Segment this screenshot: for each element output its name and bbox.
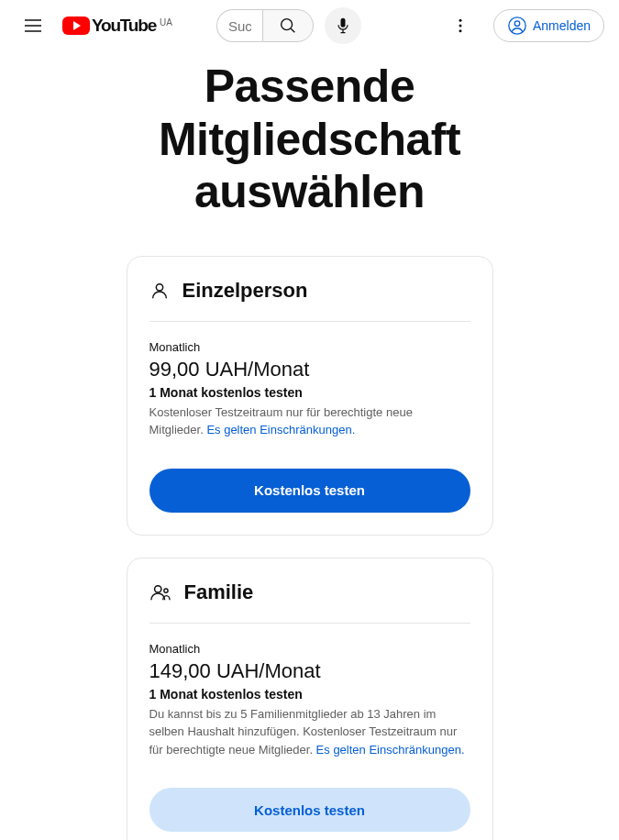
try-free-button[interactable]: Kostenlos testen [149, 469, 470, 513]
kebab-menu-icon [451, 17, 470, 35]
svg-point-2 [459, 25, 461, 28]
svg-point-5 [514, 21, 520, 26]
svg-point-8 [163, 589, 167, 592]
plan-description: Du kannst bis zu 5 Familienmitglieder ab… [149, 705, 470, 759]
user-icon [507, 16, 527, 36]
svg-point-7 [154, 585, 160, 591]
family-icon [149, 582, 171, 602]
youtube-play-icon [62, 17, 90, 35]
microphone-icon [334, 17, 352, 35]
signin-label: Anmelden [533, 18, 591, 33]
restrictions-link[interactable]: Es gelten Einschränkungen. [206, 423, 355, 437]
try-free-button[interactable]: Kostenlos testen [149, 788, 470, 832]
person-icon [149, 281, 170, 301]
menu-button[interactable] [15, 7, 51, 44]
trial-line: 1 Monat kostenlos testen [149, 385, 470, 400]
brand-text: YouTube [92, 16, 156, 36]
page-title: Passende Mitgliedschaft auswählen [81, 61, 539, 219]
signin-button[interactable]: Anmelden [493, 9, 604, 42]
svg-point-6 [156, 283, 162, 290]
hamburger-icon [22, 15, 44, 37]
plan-card-family: Familie Monatlich 149,00 UAH/Monat 1 Mon… [127, 558, 493, 841]
trial-line: 1 Monat kostenlos testen [149, 687, 470, 702]
main-content: Passende Mitgliedschaft auswählen Einzel… [0, 61, 619, 840]
region-code: UA [160, 17, 172, 28]
voice-search-button[interactable] [325, 7, 361, 44]
plan-card-individual: Einzelperson Monatlich 99,00 UAH/Monat 1… [127, 256, 493, 536]
settings-button[interactable] [442, 7, 479, 44]
svg-point-3 [459, 29, 461, 32]
plan-description: Kostenloser Testzeitraum nur für berecht… [149, 403, 470, 439]
search-wrap [216, 7, 361, 44]
restrictions-link[interactable]: Es gelten Einschränkungen. [316, 743, 465, 757]
svg-point-0 [282, 19, 293, 30]
header: YouTube UA Anmelden [0, 0, 619, 51]
period-label: Monatlich [149, 642, 470, 656]
youtube-logo[interactable]: YouTube UA [62, 16, 172, 36]
plan-name: Familie [184, 580, 254, 604]
search-input[interactable] [216, 9, 262, 42]
search-button[interactable] [262, 9, 314, 42]
price: 99,00 UAH/Monat [149, 358, 470, 381]
period-label: Monatlich [149, 340, 470, 354]
search-icon [278, 16, 298, 36]
plan-name: Einzelperson [182, 279, 308, 303]
svg-point-1 [459, 19, 461, 22]
price: 149,00 UAH/Monat [149, 659, 470, 683]
